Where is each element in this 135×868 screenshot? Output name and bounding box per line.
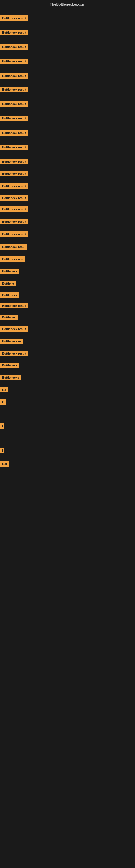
bottleneck-result-item: Bottleneck	[0, 269, 19, 275]
bottleneck-result-item: Bottleneck result	[0, 303, 28, 310]
bottleneck-result-item: Bottleneck result	[0, 44, 28, 51]
bottleneck-result-item: Bottleneck result	[0, 231, 28, 238]
bottleneck-badge: Bottleneck result	[0, 326, 28, 332]
bottleneck-result-item: Bottleneck result	[0, 16, 28, 22]
bottleneck-result-item: B	[0, 399, 6, 406]
bottleneck-badge: Bottleneck result	[0, 44, 28, 50]
bottleneck-result-item: |	[0, 423, 4, 430]
bottleneck-badge: Bottleneck result	[0, 219, 28, 224]
bottleneck-badge: Bottleneck result	[0, 16, 28, 21]
bottleneck-result-item: Bottleneck result	[0, 30, 28, 36]
bottleneck-badge: Bottleneck	[0, 269, 19, 274]
bottleneck-badge: Bottleneck result	[0, 30, 28, 35]
bottleneck-badge: Bottleneck result	[0, 303, 28, 308]
bottleneck-result-item: Bottleneck res	[0, 256, 25, 263]
bottleneck-badge: Bottleneck result	[0, 207, 28, 212]
bottleneck-result-item: Bottleneck result	[0, 87, 28, 93]
bottleneck-badge: Bottleneck result	[0, 59, 28, 64]
bottleneck-badge: Bottleneck res	[0, 256, 25, 262]
bottleneck-badge: Bottlenec	[0, 315, 18, 320]
bottleneck-result-item: Bottleneck result	[0, 183, 28, 190]
bottleneck-badge: |	[0, 423, 4, 429]
bottleneck-badge: Bottleneck resu	[0, 244, 27, 250]
bottleneck-result-item: Bottlenec	[0, 315, 18, 321]
bottleneck-badge: Bottleneck result	[0, 231, 28, 237]
bottleneck-badge: Bottleneck result	[0, 145, 28, 150]
site-title: TheBottlenecker.com	[0, 0, 135, 9]
bottleneck-badge: Bottleneck result	[0, 195, 28, 201]
bottleneck-result-item: Bo	[0, 387, 8, 394]
bottleneck-badge: Bottleneck result	[0, 87, 28, 92]
bottleneck-badge: Bottleneck	[0, 363, 19, 368]
bottleneck-result-item: Bottleneck	[0, 292, 19, 299]
bottleneck-result-item: Bottleneck result	[0, 351, 28, 357]
bottleneck-result-item: |	[0, 447, 4, 454]
bottleneck-badge: Bottleneck	[0, 292, 19, 298]
bottleneck-result-item: Bottleneck result	[0, 171, 28, 177]
bottleneck-result-item: Bottleneck result	[0, 59, 28, 65]
bottleneck-result-item: Bottleneck result	[0, 73, 28, 80]
bottleneck-badge: |	[0, 447, 4, 453]
bottleneck-badge: Bo	[0, 387, 8, 393]
bottleneck-result-item: Bottleneck result	[0, 130, 28, 137]
bottleneck-result-item: Bottleneck result	[0, 195, 28, 202]
bottleneck-badge: Bottlene	[0, 281, 16, 286]
bottleneck-badge: Bottleneck result	[0, 171, 28, 176]
bottleneck-result-item: Bot	[0, 461, 9, 468]
bottleneck-result-item: Bottleneck	[0, 363, 19, 369]
bottleneck-badge: Bottleneck result	[0, 130, 28, 135]
bottleneck-badge: Bot	[0, 461, 9, 467]
bottleneck-badge: Bottleneck result	[0, 183, 28, 189]
bottleneck-badge: Bottleneck re	[0, 339, 23, 344]
bottleneck-result-item: Bottleneck re	[0, 339, 23, 345]
bottleneck-result-item: Bottleneck result	[0, 101, 28, 108]
bottleneck-badge: Bottleneck result	[0, 101, 28, 106]
bottleneck-result-item: Bottleneck result	[0, 145, 28, 151]
bottleneck-result-item: Bottleneck result	[0, 219, 28, 225]
bottleneck-badge: Bottleneck result	[0, 116, 28, 121]
bottleneck-result-item: Bottleneck result	[0, 159, 28, 165]
bottleneck-result-item: Bottlene	[0, 281, 16, 287]
bottleneck-badge: Bottleneck result	[0, 73, 28, 79]
bottleneck-result-item: Bottleneck result	[0, 207, 28, 213]
bottleneck-result-item: Bottleneck result	[0, 116, 28, 122]
bottleneck-badge: Bottleneck result	[0, 351, 28, 356]
bottleneck-badge: Bottleneck result	[0, 159, 28, 164]
bottleneck-badge: Bottlenecks	[0, 375, 21, 380]
bottleneck-result-item: Bottleneck result	[0, 326, 28, 333]
bottleneck-badge: B	[0, 399, 6, 405]
bottleneck-result-item: Bottleneck resu	[0, 244, 27, 251]
bottleneck-result-item: Bottlenecks	[0, 375, 21, 381]
